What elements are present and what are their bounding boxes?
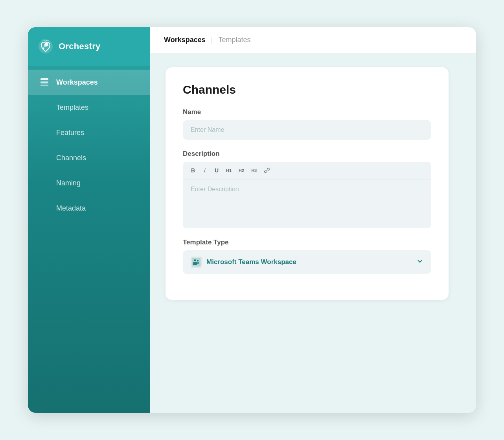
svg-rect-2 bbox=[40, 78, 48, 80]
topnav-workspaces[interactable]: Workspaces bbox=[164, 36, 206, 44]
naming-icon bbox=[39, 177, 50, 189]
description-field-group: Description B I U H1 H2 H3 bbox=[183, 150, 431, 228]
svg-point-1 bbox=[42, 48, 44, 50]
form-title: Channels bbox=[183, 83, 431, 96]
logo-text: Orchestry bbox=[59, 41, 101, 52]
sidebar-item-metadata[interactable]: Metadata bbox=[28, 196, 150, 221]
sidebar-item-channels-label: Channels bbox=[56, 154, 86, 162]
sidebar-item-features-label: Features bbox=[56, 129, 84, 137]
channels-icon bbox=[39, 152, 50, 163]
description-input[interactable] bbox=[183, 179, 431, 227]
svg-rect-4 bbox=[40, 85, 48, 86]
sidebar-item-naming-label: Naming bbox=[56, 179, 81, 187]
form-card: Channels Name Description B I U H1 bbox=[166, 67, 449, 300]
sidebar-item-naming[interactable]: Naming bbox=[28, 170, 150, 196]
sidebar: Orchestry Workspaces Templates bbox=[28, 27, 150, 413]
sidebar-item-metadata-label: Metadata bbox=[56, 204, 86, 213]
sidebar-item-channels[interactable]: Channels bbox=[28, 145, 150, 170]
topnav-divider: | bbox=[211, 36, 213, 44]
link-button[interactable] bbox=[261, 166, 272, 175]
rich-text-toolbar: B I U H1 H2 H3 bbox=[183, 162, 431, 179]
teams-icon bbox=[191, 257, 202, 268]
main-content: Workspaces | Templates Channels Name Des… bbox=[150, 27, 476, 413]
italic-button[interactable]: I bbox=[200, 166, 210, 175]
logo-icon bbox=[37, 38, 54, 55]
h3-button[interactable]: H3 bbox=[249, 166, 259, 175]
sidebar-item-workspaces-label: Workspaces bbox=[56, 78, 98, 87]
name-label: Name bbox=[183, 108, 431, 116]
template-type-value: Microsoft Teams Workspace bbox=[206, 258, 296, 266]
description-label: Description bbox=[183, 150, 431, 158]
bold-button[interactable]: B bbox=[188, 166, 198, 175]
svg-point-7 bbox=[194, 259, 196, 261]
template-type-label: Template Type bbox=[183, 238, 431, 246]
rich-text-area: B I U H1 H2 H3 bbox=[183, 162, 431, 228]
h1-button[interactable]: H1 bbox=[224, 166, 234, 175]
template-type-select[interactable]: Microsoft Teams Workspace bbox=[183, 250, 431, 274]
metadata-icon bbox=[39, 203, 50, 214]
sidebar-item-templates-label: Templates bbox=[56, 104, 88, 112]
workspaces-icon bbox=[39, 77, 50, 88]
app-container: Orchestry Workspaces Templates bbox=[28, 27, 476, 413]
topnav-templates[interactable]: Templates bbox=[218, 36, 250, 44]
svg-rect-3 bbox=[40, 81, 48, 83]
sidebar-logo: Orchestry bbox=[28, 27, 150, 66]
h2-button[interactable]: H2 bbox=[236, 166, 246, 175]
name-input[interactable] bbox=[183, 120, 431, 140]
sidebar-item-workspaces[interactable]: Workspaces bbox=[28, 70, 150, 95]
sidebar-item-features[interactable]: Features bbox=[28, 120, 150, 145]
name-field-group: Name bbox=[183, 108, 431, 140]
select-left: Microsoft Teams Workspace bbox=[191, 257, 296, 268]
sidebar-item-templates[interactable]: Templates bbox=[28, 95, 150, 120]
content-area: Channels Name Description B I U H1 bbox=[150, 53, 476, 413]
sidebar-nav: Workspaces Templates Features Channels N… bbox=[28, 66, 150, 225]
templates-icon bbox=[39, 102, 50, 113]
underline-button[interactable]: U bbox=[212, 166, 221, 175]
template-type-select-wrapper: Microsoft Teams Workspace bbox=[183, 250, 431, 274]
template-type-field-group: Template Type bbox=[183, 238, 431, 274]
top-nav: Workspaces | Templates bbox=[150, 27, 476, 53]
chevron-down-icon bbox=[416, 258, 423, 267]
features-icon bbox=[39, 127, 50, 138]
